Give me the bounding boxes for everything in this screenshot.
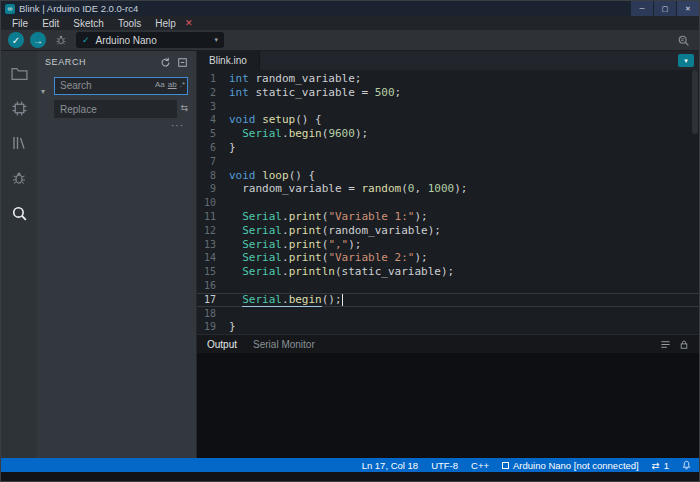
line-number[interactable]: 19 (197, 320, 229, 334)
arrow-right-icon: → (33, 35, 43, 46)
replace-input[interactable] (54, 100, 177, 118)
sync-indicator[interactable]: ⇄ 1 (652, 460, 669, 471)
line-number[interactable]: 14 (197, 251, 229, 265)
close-button[interactable]: ✕ (677, 1, 699, 16)
debug-button[interactable] (52, 32, 70, 48)
code-line[interactable]: 19} (197, 320, 699, 334)
tab-output[interactable]: Output (207, 339, 237, 350)
verify-button[interactable]: ✓ (8, 32, 24, 48)
line-number[interactable]: 7 (197, 155, 229, 169)
code-line[interactable]: 6} (197, 141, 699, 155)
cursor-position[interactable]: Ln 17, Col 18 (362, 460, 419, 471)
line-number[interactable]: 15 (197, 265, 229, 279)
list-icon (660, 339, 671, 350)
sidebar-item-search[interactable] (8, 203, 30, 223)
code-line[interactable]: 7 (197, 155, 699, 169)
code-line[interactable]: 4void setup() { (197, 113, 699, 127)
app-icon: ∞ (5, 4, 15, 14)
code-editor[interactable]: 1int random_variable;2int static_variabl… (197, 70, 699, 334)
code-line[interactable]: 8void loop() { (197, 169, 699, 183)
code-line[interactable]: 3 (197, 100, 699, 114)
code-line[interactable]: 1int random_variable; (197, 72, 699, 86)
line-number[interactable]: 5 (197, 127, 229, 141)
code-line[interactable]: 5 Serial.begin(9600); (197, 127, 699, 141)
code-line[interactable]: 11 Serial.print("Variable 1:"); (197, 210, 699, 224)
bottom-panel-tabs: Output Serial Monitor (197, 335, 699, 353)
line-number[interactable]: 13 (197, 238, 229, 252)
board-selector[interactable]: ✓ Arduino Nano ▾ (76, 32, 224, 48)
line-number[interactable]: 10 (197, 196, 229, 210)
window-bottom-edge (1, 472, 699, 481)
tab-serial-monitor[interactable]: Serial Monitor (253, 339, 315, 350)
line-number[interactable]: 18 (197, 307, 229, 321)
code-text: void loop() { (229, 169, 315, 183)
code-text: Serial.begin(9600); (229, 127, 368, 141)
clear-output-button[interactable] (660, 339, 671, 350)
board-selector-label: Arduino Nano (96, 35, 157, 46)
line-number[interactable]: 8 (197, 169, 229, 183)
menu-item-file[interactable]: File (5, 18, 35, 29)
code-line[interactable]: 14 Serial.print("Variable 2:"); (197, 251, 699, 265)
scrollbar-thumb[interactable] (692, 70, 698, 134)
code-line[interactable]: 10 (197, 196, 699, 210)
editor-actions-button[interactable]: ▾ (678, 54, 694, 67)
line-number[interactable]: 12 (197, 224, 229, 238)
line-number[interactable]: 1 (197, 72, 229, 86)
search-details-toggle[interactable]: ··· (54, 118, 188, 131)
code-line[interactable]: 9 random_variable = random(0, 1000); (197, 182, 699, 196)
refresh-button[interactable] (160, 57, 171, 68)
editor-column: Blink.ino ▾ 1int random_variable;2int st… (197, 51, 699, 458)
sidebar-item-library-manager[interactable] (8, 133, 30, 153)
notifications-button[interactable] (682, 460, 691, 470)
tab-blink-ino[interactable]: Blink.ino (197, 51, 260, 70)
menu-item-sketch[interactable]: Sketch (66, 18, 111, 29)
toggle-replace-chevron-icon[interactable]: ▾ (41, 87, 45, 96)
maximize-button[interactable]: ▢ (654, 1, 676, 16)
line-number[interactable]: 6 (197, 141, 229, 155)
folder-icon (11, 66, 28, 81)
sidebar-item-sketchbook[interactable] (8, 63, 30, 83)
line-number[interactable]: 17 (197, 293, 229, 307)
status-bar: Ln 17, Col 18 UTF-8 C++ Arduino Nano [no… (1, 458, 699, 472)
minimize-button[interactable]: ─ (631, 1, 653, 16)
regex-icon[interactable]: .* (180, 80, 185, 89)
code-line[interactable]: 2int static_variable = 500; (197, 86, 699, 100)
language-indicator[interactable]: C++ (471, 460, 489, 471)
clear-results-button[interactable] (177, 57, 188, 68)
output-content[interactable] (197, 353, 699, 458)
whole-word-icon[interactable]: ab (168, 80, 177, 89)
debug-icon (11, 170, 27, 186)
sidebar-item-debug[interactable] (8, 168, 30, 188)
code-line[interactable]: 12 Serial.print(random_variable); (197, 224, 699, 238)
code-line[interactable]: 18 (197, 307, 699, 321)
line-number[interactable]: 16 (197, 279, 229, 293)
code-line[interactable]: 17 Serial.begin(); (197, 293, 699, 307)
sidebar-item-boards-manager[interactable] (8, 98, 30, 118)
match-case-icon[interactable]: Aa (155, 80, 165, 89)
line-number[interactable]: 3 (197, 100, 229, 114)
code-line[interactable]: 16 (197, 279, 699, 293)
encoding-indicator[interactable]: UTF-8 (431, 460, 458, 471)
code-text: int static_variable = 500; (229, 86, 401, 100)
serial-monitor-icon (677, 34, 690, 47)
scroll-lock-button[interactable] (679, 339, 689, 350)
serial-monitor-button[interactable] (674, 32, 692, 48)
line-number[interactable]: 2 (197, 86, 229, 100)
line-number[interactable]: 9 (197, 182, 229, 196)
menu-item-tools[interactable]: Tools (111, 18, 148, 29)
check-icon: ✓ (12, 35, 20, 46)
clear-results-icon (177, 57, 188, 68)
chevron-down-icon: ▾ (684, 57, 688, 65)
editor-scrollbar[interactable] (691, 70, 699, 334)
code-line[interactable]: 13 Serial.print(","); (197, 238, 699, 252)
board-status[interactable]: Arduino Nano [not connected] (502, 460, 639, 471)
code-line[interactable]: 15 Serial.println(static_variable); (197, 265, 699, 279)
line-number[interactable]: 11 (197, 210, 229, 224)
sync-icon: ⇄ (652, 460, 660, 471)
replace-all-icon[interactable]: ⇆ (180, 103, 188, 113)
line-number[interactable]: 4 (197, 113, 229, 127)
menu-item-help[interactable]: Help (148, 18, 183, 29)
upload-button[interactable]: → (30, 32, 46, 48)
window-title: Blink | Arduino IDE 2.0.0-rc4 (19, 3, 138, 14)
menu-item-edit[interactable]: Edit (35, 18, 66, 29)
